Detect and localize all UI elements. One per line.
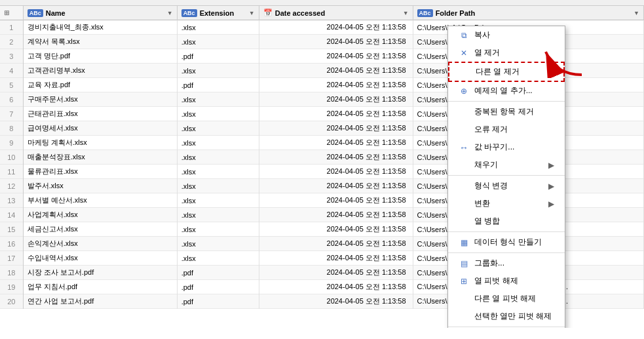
submenu-arrow: ▶ <box>548 199 554 209</box>
cell-date: 2024-04-05 오전 1:13:58 <box>259 92 413 107</box>
cell-ext: .xlsx <box>177 92 259 107</box>
row-num: 9 <box>0 136 23 150</box>
cell-name: 세금신고서.xlsx <box>23 222 177 237</box>
menu-item-transform[interactable]: 변환▶ <box>448 195 565 212</box>
cell-date: 2024-04-05 오전 1:13:58 <box>259 251 413 266</box>
cell-ext: .xlsx <box>177 35 259 49</box>
cell-name: 급여명세서.xlsx <box>23 121 177 136</box>
menu-item-copy[interactable]: ⧉복사 <box>448 26 565 44</box>
menu-item-format-change[interactable]: 형식 변경▶ <box>448 177 565 195</box>
menu-label: 열 피벗 해제 <box>474 275 518 287</box>
cell-date: 2024-04-05 오전 1:13:58 <box>259 136 413 150</box>
menu-item-merge-cols[interactable]: 열 병합 <box>448 212 565 230</box>
cell-ext: .xlsx <box>177 251 259 266</box>
row-num: 15 <box>0 222 23 237</box>
cell-name: 물류관리표.xlsx <box>23 165 177 179</box>
ext-badge: ABc <box>181 9 197 17</box>
col-header-path[interactable]: ABc Folder Path ▼ <box>413 6 643 20</box>
cell-date: 2024-04-05 오전 1:13:58 <box>259 107 413 121</box>
menu-icon-empty <box>459 107 469 117</box>
menu-divider <box>448 175 565 176</box>
menu-item-fill[interactable]: 채우기▶ <box>448 156 565 174</box>
cell-ext: .xlsx <box>177 150 259 165</box>
cell-ext: .pdf <box>177 280 259 294</box>
cell-date: 2024-04-05 오전 1:13:58 <box>259 237 413 251</box>
menu-label: 예제의 열 추가... <box>474 85 533 96</box>
menu-item-data-format[interactable]: ▦데이터 형식 만들기 <box>448 233 565 251</box>
menu-label: 형식 변경 <box>474 180 508 191</box>
col-header-num: ⊞ <box>0 6 23 20</box>
cell-name: 발주서.xlsx <box>23 179 177 193</box>
submenu-arrow: ▶ <box>548 161 554 170</box>
table-container: ⊞ ABc Name ▼ ABc Extension ▼ <box>0 6 644 328</box>
menu-label: 그룹화... <box>474 258 504 269</box>
col-header-name[interactable]: ABc Name ▼ <box>23 6 177 20</box>
context-menu: ⧉복사✕열 제거다른 열 제거⊕예제의 열 추가...중복된 항목 제거오류 제… <box>447 26 565 328</box>
name-filter-btn[interactable]: ▼ <box>167 10 173 16</box>
col-header-ext[interactable]: ABc Extension ▼ <box>177 6 259 20</box>
row-num: 5 <box>0 78 23 92</box>
cell-name: 경비지출내역_최종.xlsx <box>23 20 177 35</box>
row-num: 13 <box>0 193 23 208</box>
cell-date: 2024-04-05 오전 1:13:58 <box>259 222 413 237</box>
menu-item-group[interactable]: ▤그룹화... <box>448 254 565 272</box>
menu-label: 다른 열 제거 <box>476 66 520 77</box>
cell-date: 2024-04-05 오전 1:13:58 <box>259 35 413 49</box>
cell-date: 2024-04-05 오전 1:13:58 <box>259 78 413 92</box>
copy-icon: ⧉ <box>459 30 469 41</box>
col-date-label: Date accessed <box>275 9 325 17</box>
cell-date: 2024-04-05 오전 1:13:58 <box>259 280 413 294</box>
menu-item-remove-other-cols[interactable]: 다른 열 제거 <box>448 62 565 82</box>
cell-name: 업무 지침서.pdf <box>23 280 177 294</box>
data-icon: ▦ <box>459 237 469 248</box>
menu-icon-empty <box>459 311 469 322</box>
row-num: 4 <box>0 64 23 78</box>
menu-item-remove-dup[interactable]: 중복된 항목 제거 <box>448 103 565 121</box>
cell-ext: .xlsx <box>177 64 259 78</box>
menu-label: 열 제거 <box>474 47 500 58</box>
cell-name: 매출분석장표.xlsx <box>23 150 177 165</box>
menu-item-unpivot-selected[interactable]: 선택한 열만 피벗 해제 <box>448 308 565 325</box>
menu-divider <box>448 231 565 232</box>
row-num: 8 <box>0 121 23 136</box>
row-num: 18 <box>0 266 23 280</box>
menu-label: 열 병합 <box>474 216 500 227</box>
path-filter-btn[interactable]: ▼ <box>634 10 639 16</box>
cell-name: 시장 조사 보고서.pdf <box>23 266 177 280</box>
menu-label: 데이터 형식 만들기 <box>474 237 542 248</box>
menu-item-replace-val[interactable]: ↔값 바꾸기... <box>448 138 565 156</box>
row-num: 11 <box>0 165 23 179</box>
cell-name: 고객관리명부.xlsx <box>23 64 177 78</box>
menu-item-unpivot-col[interactable]: ⊞열 피벗 해제 <box>448 272 565 290</box>
menu-item-add-example-col[interactable]: ⊕예제의 열 추가... <box>448 82 565 100</box>
menu-label: 변환 <box>474 198 490 209</box>
cell-date: 2024-04-05 오전 1:13:58 <box>259 20 413 35</box>
cell-date: 2024-04-05 오전 1:13:58 <box>259 208 413 222</box>
row-num: 7 <box>0 107 23 121</box>
col-ext-label: Extension <box>200 9 235 17</box>
col-header-date[interactable]: 📅 Date accessed ▼ <box>259 6 413 20</box>
cell-date: 2024-04-05 오전 1:13:58 <box>259 193 413 208</box>
menu-divider <box>448 327 565 327</box>
row-num: 2 <box>0 35 23 49</box>
date-filter-btn[interactable]: ▼ <box>403 10 409 16</box>
menu-item-remove-col[interactable]: ✕열 제거 <box>448 44 565 62</box>
cell-ext: .pdf <box>177 266 259 280</box>
cell-ext: .xlsx <box>177 193 259 208</box>
menu-item-unpivot-other[interactable]: 다른 열 피벗 해제 <box>448 290 565 308</box>
unpivot-icon: ⊞ <box>459 276 469 287</box>
row-num: 12 <box>0 179 23 193</box>
cell-date: 2024-04-05 오전 1:13:58 <box>259 64 413 78</box>
cell-date: 2024-04-05 오전 1:13:58 <box>259 49 413 64</box>
remove-icon: ✕ <box>459 48 469 58</box>
menu-icon-empty <box>459 160 469 170</box>
cell-name: 고객 명단.pdf <box>23 49 177 64</box>
menu-item-remove-error[interactable]: 오류 제거 <box>448 121 565 138</box>
ext-filter-btn[interactable]: ▼ <box>249 10 255 16</box>
cell-ext: .xlsx <box>177 20 259 35</box>
formula-bar <box>0 0 644 6</box>
replace-icon: ↔ <box>459 142 469 153</box>
menu-label: 다른 열 피벗 해제 <box>474 293 536 304</box>
row-num: 17 <box>0 251 23 266</box>
cell-ext: .xlsx <box>177 208 259 222</box>
